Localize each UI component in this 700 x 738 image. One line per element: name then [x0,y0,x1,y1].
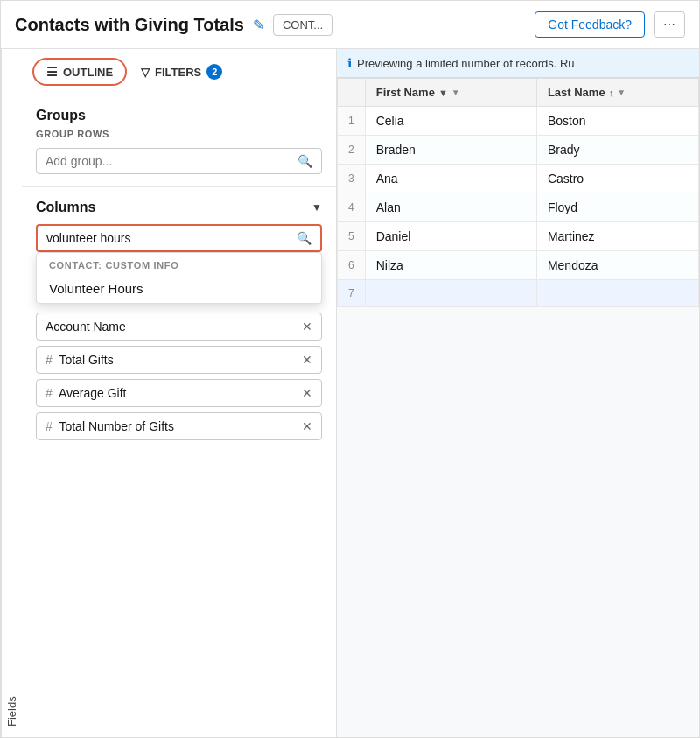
column-search-icon: 🔍 [297,231,312,245]
last-name-sort-icon[interactable]: ↑ [609,88,614,98]
cell-first-name: Ana [365,165,536,193]
table-row: 6NilzaMendoza [338,251,699,280]
groups-section: Groups GROUP ROWS 🔍 [22,95,336,187]
column-tag-account-name-remove[interactable]: ✕ [302,320,312,334]
column-tag-account-name: Account Name ✕ [36,313,322,341]
filters-button[interactable]: ▽ FILTERS 2 [134,59,229,85]
cell-last-name: Mendoza [536,251,698,280]
cell-row-num: 2 [338,136,366,165]
first-name-sort-icon[interactable]: ▼ [438,88,448,98]
header: Contacts with Giving Totals ✎ CONT... Go… [1,1,699,49]
groups-title: Groups [36,108,322,123]
hash-icon-2: # [46,386,52,400]
columns-dropdown-icon[interactable]: ▼ [312,201,322,214]
search-icon: 🔍 [298,154,312,168]
hash-icon-1: # [46,353,52,367]
cell-first-name: Celia [365,107,536,136]
column-tag-average-gift: # Average Gift ✕ [36,379,322,407]
cell-row-num: 3 [338,165,366,193]
info-banner: ℹ Previewing a limited number of records… [337,49,699,78]
column-tag-total-gifts-label: # Total Gifts [46,353,114,367]
filter-count-badge: 2 [206,64,222,80]
column-search-wrapper[interactable]: 🔍 [36,224,322,252]
edit-icon[interactable]: ✎ [253,17,264,33]
column-tag-average-gift-label: # Average Gift [46,386,126,400]
left-panel: ☰ OUTLINE ▽ FILTERS 2 Groups GROUP ROWS … [22,49,337,737]
page-title: Contacts with Giving Totals [15,15,244,35]
column-tag-average-gift-remove[interactable]: ✕ [302,386,312,400]
results-table: First Name ▼ ▼ Last Name ↑ ▼ [337,78,699,307]
cell-row-num: 6 [338,251,366,280]
columns-section: Columns ▼ 🔍 CONTACT: CUSTOM INFO Volunte… [22,187,336,737]
cell-first-name: Nilza [365,251,536,280]
header-badge[interactable]: CONT... [273,14,332,36]
cell-last-name: Boston [536,107,698,136]
cell-last-name: Floyd [536,193,698,222]
th-first-name-label: First Name [376,86,435,99]
column-tag-total-gifts: # Total Gifts ✕ [36,346,322,374]
cell-row-num: 1 [338,107,366,136]
cell-last-name: Brady [536,136,698,165]
first-name-dropdown-icon[interactable]: ▼ [452,88,460,97]
column-tag-total-number-of-gifts-label: # Total Number of Gifts [46,419,174,433]
cell-first-name [365,280,536,307]
cell-row-num: 4 [338,193,366,222]
cell-row-num: 5 [338,222,366,251]
suggestion-category: CONTACT: CUSTOM INFO [37,253,321,274]
add-group-input-wrapper[interactable]: 🔍 [36,148,322,174]
cell-first-name: Daniel [365,222,536,251]
table-row: 3AnaCastro [338,165,699,193]
table-row: 2BradenBrady [338,136,699,165]
cell-last-name: Martinez [536,222,698,251]
outline-button[interactable]: ☰ OUTLINE [32,58,127,86]
column-search-input[interactable] [46,231,297,245]
columns-title: Columns [36,200,95,215]
main-body: Fields ☰ OUTLINE ▽ FILTERS 2 Groups GROU… [1,49,699,737]
column-tag-total-number-of-gifts: # Total Number of Gifts ✕ [36,412,322,440]
filters-label: FILTERS [155,66,201,79]
column-tags-list: Account Name ✕ # Total Gifts ✕ # Average… [36,313,322,440]
suggestion-dropdown: CONTACT: CUSTOM INFO Volunteer Hours [36,252,322,304]
last-name-dropdown-icon[interactable]: ▼ [617,88,626,97]
app-container: Contacts with Giving Totals ✎ CONT... Go… [0,0,700,738]
cell-last-name: Castro [536,165,698,193]
th-first-name[interactable]: First Name ▼ ▼ [365,79,536,107]
table-row: 5DanielMartinez [338,222,699,251]
cell-first-name: Braden [365,136,536,165]
table-row: 1CeliaBoston [338,107,699,136]
right-panel: ℹ Previewing a limited number of records… [337,49,699,737]
add-group-input[interactable] [46,154,298,168]
hash-icon-3: # [46,419,52,433]
outline-icon: ☰ [46,65,58,79]
more-button[interactable]: ⋯ [654,11,685,38]
cell-first-name: Alan [365,193,536,222]
info-icon: ℹ [347,56,352,70]
column-tag-account-name-label: Account Name [46,320,126,334]
column-tag-total-gifts-remove[interactable]: ✕ [302,353,312,367]
table-row: 7 [338,280,699,307]
data-table: First Name ▼ ▼ Last Name ↑ ▼ [337,78,699,737]
feedback-button[interactable]: Got Feedback? [535,11,645,38]
cell-row-num: 7 [338,280,366,307]
column-tag-total-number-of-gifts-remove[interactable]: ✕ [302,419,312,433]
filter-icon: ▽ [141,66,150,79]
groups-subtitle: GROUP ROWS [36,129,322,139]
columns-header: Columns ▼ [36,200,322,215]
cell-last-name [536,280,698,307]
fields-tab[interactable]: Fields [1,49,22,737]
info-banner-text: Previewing a limited number of records. … [357,57,575,70]
th-last-name-label: Last Name [548,86,606,99]
outline-label: OUTLINE [63,66,113,79]
suggestion-item-volunteer-hours[interactable]: Volunteer Hours [37,274,321,303]
table-row: 4AlanFloyd [338,193,699,222]
table-header-row: First Name ▼ ▼ Last Name ↑ ▼ [338,79,699,107]
th-last-name[interactable]: Last Name ↑ ▼ [536,79,698,107]
th-row-num [338,79,366,107]
toolbar-row: ☰ OUTLINE ▽ FILTERS 2 [22,49,336,95]
